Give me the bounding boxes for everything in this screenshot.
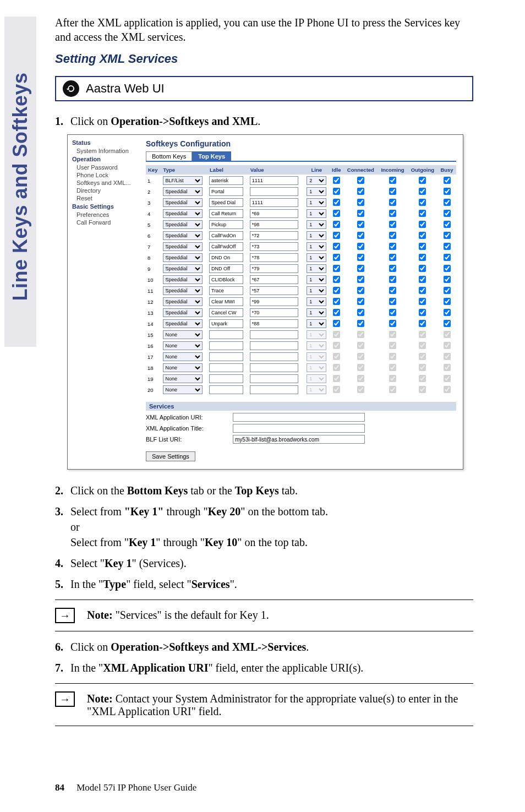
idle-checkbox[interactable] xyxy=(333,254,340,261)
outgoing-checkbox[interactable] xyxy=(419,199,426,206)
type-select[interactable]: BLF/List xyxy=(163,176,203,185)
line-select[interactable]: 1 xyxy=(307,319,326,328)
xml-uri-input[interactable] xyxy=(233,413,365,422)
value-input[interactable] xyxy=(250,231,298,240)
busy-checkbox[interactable] xyxy=(444,276,451,283)
outgoing-checkbox[interactable] xyxy=(419,320,426,327)
type-select[interactable]: Speeddial xyxy=(163,275,203,284)
connected-checkbox[interactable] xyxy=(357,188,364,195)
type-select[interactable]: Speeddial xyxy=(163,187,203,196)
busy-checkbox[interactable] xyxy=(444,254,451,261)
type-select[interactable]: None xyxy=(163,374,203,383)
incoming-checkbox[interactable] xyxy=(389,177,396,184)
outgoing-checkbox[interactable] xyxy=(419,221,426,228)
type-select[interactable]: Speeddial xyxy=(163,231,203,240)
incoming-checkbox[interactable] xyxy=(389,287,396,294)
label-input[interactable] xyxy=(209,187,243,196)
line-select[interactable]: 1 xyxy=(307,308,326,317)
idle-checkbox[interactable] xyxy=(333,298,340,305)
label-input[interactable] xyxy=(209,231,243,240)
outgoing-checkbox[interactable] xyxy=(419,232,426,239)
idle-checkbox[interactable] xyxy=(333,221,340,228)
idle-checkbox[interactable] xyxy=(333,287,340,294)
connected-checkbox[interactable] xyxy=(357,199,364,206)
type-select[interactable]: Speeddial xyxy=(163,242,203,251)
connected-checkbox[interactable] xyxy=(357,265,364,272)
line-select[interactable]: 1 xyxy=(307,231,326,240)
busy-checkbox[interactable] xyxy=(444,199,451,206)
type-select[interactable]: Speeddial xyxy=(163,220,203,229)
connected-checkbox[interactable] xyxy=(357,287,364,294)
tab-bottom-keys[interactable]: Bottom Keys xyxy=(146,151,192,161)
value-input[interactable] xyxy=(250,275,298,284)
label-input[interactable] xyxy=(209,264,243,273)
incoming-checkbox[interactable] xyxy=(389,254,396,261)
busy-checkbox[interactable] xyxy=(444,287,451,294)
idle-checkbox[interactable] xyxy=(333,243,340,250)
connected-checkbox[interactable] xyxy=(357,221,364,228)
label-input[interactable] xyxy=(209,253,243,262)
connected-checkbox[interactable] xyxy=(357,309,364,316)
type-select[interactable]: Speeddial xyxy=(163,198,203,207)
incoming-checkbox[interactable] xyxy=(389,199,396,206)
busy-checkbox[interactable] xyxy=(444,309,451,316)
idle-checkbox[interactable] xyxy=(333,265,340,272)
incoming-checkbox[interactable] xyxy=(389,188,396,195)
outgoing-checkbox[interactable] xyxy=(419,243,426,250)
value-input[interactable] xyxy=(250,209,298,218)
type-select[interactable]: Speeddial xyxy=(163,308,203,317)
incoming-checkbox[interactable] xyxy=(389,320,396,327)
outgoing-checkbox[interactable] xyxy=(419,276,426,283)
type-select[interactable]: Speeddial xyxy=(163,319,203,328)
line-select[interactable]: 1 xyxy=(307,242,326,251)
value-input[interactable] xyxy=(250,264,298,273)
type-select[interactable]: None xyxy=(163,385,203,394)
outgoing-checkbox[interactable] xyxy=(419,177,426,184)
idle-checkbox[interactable] xyxy=(333,309,340,316)
connected-checkbox[interactable] xyxy=(357,210,364,217)
idle-checkbox[interactable] xyxy=(333,232,340,239)
blf-input[interactable] xyxy=(233,435,365,444)
type-select[interactable]: None xyxy=(163,330,203,339)
xml-title-input[interactable] xyxy=(233,424,365,433)
idle-checkbox[interactable] xyxy=(333,276,340,283)
outgoing-checkbox[interactable] xyxy=(419,265,426,272)
value-input[interactable] xyxy=(250,187,298,196)
value-input[interactable] xyxy=(250,308,298,317)
incoming-checkbox[interactable] xyxy=(389,298,396,305)
outgoing-checkbox[interactable] xyxy=(419,188,426,195)
busy-checkbox[interactable] xyxy=(444,232,451,239)
connected-checkbox[interactable] xyxy=(357,232,364,239)
busy-checkbox[interactable] xyxy=(444,298,451,305)
outgoing-checkbox[interactable] xyxy=(419,210,426,217)
value-input[interactable] xyxy=(250,286,298,295)
line-select[interactable]: 1 xyxy=(307,275,326,284)
incoming-checkbox[interactable] xyxy=(389,232,396,239)
label-input[interactable] xyxy=(209,220,243,229)
value-input[interactable] xyxy=(250,220,298,229)
busy-checkbox[interactable] xyxy=(444,221,451,228)
label-input[interactable] xyxy=(209,275,243,284)
label-input[interactable] xyxy=(209,308,243,317)
line-select[interactable]: 1 xyxy=(307,264,326,273)
label-input[interactable] xyxy=(209,286,243,295)
type-select[interactable]: None xyxy=(163,363,203,372)
idle-checkbox[interactable] xyxy=(333,210,340,217)
incoming-checkbox[interactable] xyxy=(389,276,396,283)
busy-checkbox[interactable] xyxy=(444,177,451,184)
idle-checkbox[interactable] xyxy=(333,320,340,327)
label-input[interactable] xyxy=(209,176,243,185)
type-select[interactable]: Speeddial xyxy=(163,209,203,218)
type-select[interactable]: Speeddial xyxy=(163,253,203,262)
type-select[interactable]: None xyxy=(163,341,203,350)
idle-checkbox[interactable] xyxy=(333,199,340,206)
value-input[interactable] xyxy=(250,176,298,185)
line-select[interactable]: 1 xyxy=(307,187,326,196)
outgoing-checkbox[interactable] xyxy=(419,287,426,294)
outgoing-checkbox[interactable] xyxy=(419,254,426,261)
busy-checkbox[interactable] xyxy=(444,210,451,217)
line-select[interactable]: 1 xyxy=(307,253,326,262)
busy-checkbox[interactable] xyxy=(444,265,451,272)
incoming-checkbox[interactable] xyxy=(389,265,396,272)
outgoing-checkbox[interactable] xyxy=(419,309,426,316)
